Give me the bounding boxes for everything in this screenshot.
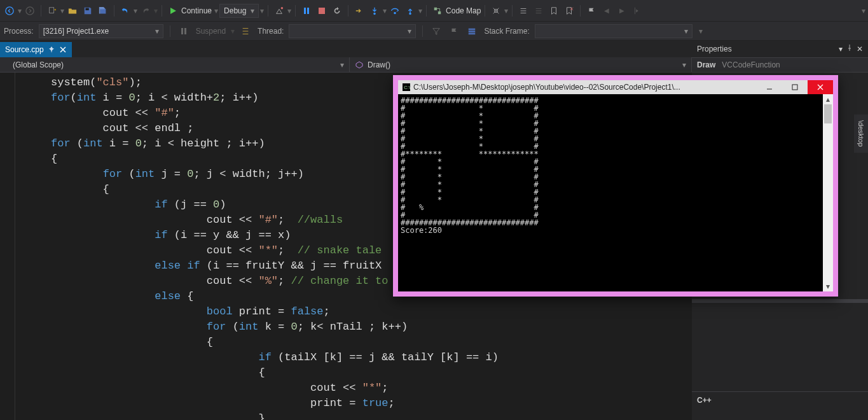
- svg-rect-17: [469, 32, 476, 34]
- console-scrollbar[interactable]: ▴ ▾: [823, 94, 833, 291]
- svg-rect-6: [307, 8, 309, 14]
- stackframe-label: Stack Frame:: [483, 27, 530, 36]
- pin-icon[interactable]: [48, 46, 55, 53]
- stackframe-icon[interactable]: [465, 24, 479, 38]
- svg-point-8: [394, 11, 396, 14]
- console-window: C:\ C:\Users\Joseph-M\Desktop\joseph\You…: [393, 75, 838, 297]
- svg-point-0: [6, 6, 13, 14]
- console-app-icon: C:\: [402, 83, 411, 92]
- codemap-label: Code Map: [446, 6, 481, 15]
- properties-object-row: Draw VCCodeFunction: [692, 57, 868, 73]
- stackframe-dropdown[interactable]: ▾: [535, 24, 692, 38]
- flag-button[interactable]: [584, 4, 598, 18]
- svg-rect-13: [181, 28, 183, 34]
- svg-rect-3: [86, 8, 89, 10]
- svg-point-1: [26, 6, 34, 14]
- flag-next-button[interactable]: ▶: [615, 4, 629, 18]
- method-icon: [355, 60, 364, 69]
- close-icon[interactable]: [59, 46, 67, 53]
- properties-footer: C++: [692, 391, 868, 420]
- tool-misc-1[interactable]: [489, 4, 503, 18]
- svg-rect-10: [434, 7, 437, 10]
- process-label: Process:: [3, 27, 35, 36]
- new-item-button[interactable]: [45, 4, 59, 18]
- scroll-thumb[interactable]: [824, 104, 832, 123]
- save-all-button[interactable]: [96, 4, 110, 18]
- svg-rect-16: [469, 31, 476, 32]
- step-into-button[interactable]: [368, 4, 382, 18]
- props-close-icon[interactable]: ✕: [857, 45, 863, 53]
- thread-label: Thread:: [256, 27, 285, 36]
- properties-header: Properties ▾ ✕: [692, 41, 868, 57]
- filter-button[interactable]: [429, 24, 443, 38]
- flag-prev-button[interactable]: ◀: [600, 4, 614, 18]
- redo-button[interactable]: [139, 4, 153, 18]
- console-maximize-button[interactable]: [782, 80, 808, 94]
- breakpoint-gutter[interactable]: [0, 73, 15, 420]
- uncomment-button[interactable]: [532, 4, 546, 18]
- properties-splitter[interactable]: [692, 299, 868, 303]
- step-out-button[interactable]: [403, 4, 417, 18]
- nav-forward-button[interactable]: [23, 4, 37, 18]
- svg-rect-15: [469, 28, 476, 30]
- config-dropdown[interactable]: Debug ▾: [219, 4, 259, 18]
- svg-point-7: [373, 12, 376, 15]
- flag-out-button[interactable]: [630, 4, 644, 18]
- outline-gutter: [15, 73, 28, 420]
- svg-point-4: [281, 6, 284, 9]
- bookmark-x-button[interactable]: [562, 4, 576, 18]
- scope-dropdown[interactable]: (Global Scope) ▾: [0, 57, 350, 72]
- console-titlebar[interactable]: C:\ C:\Users\Joseph-M\Desktop\joseph\You…: [398, 80, 833, 94]
- console-title: C:\Users\Joseph-M\Desktop\joseph\Youtube…: [413, 83, 757, 92]
- svg-point-9: [409, 12, 411, 15]
- continue-button[interactable]: [166, 4, 180, 18]
- collapsed-panel-tab[interactable]: \desktop: [854, 115, 868, 153]
- suspend-label: Suspend: [195, 27, 227, 36]
- console-minimize-button[interactable]: [757, 80, 782, 94]
- save-button[interactable]: [81, 4, 95, 18]
- scroll-up-icon[interactable]: ▴: [823, 94, 833, 104]
- thread-icon[interactable]: [238, 24, 252, 38]
- codemap-icon[interactable]: [431, 4, 444, 18]
- navigation-bar: (Global Scope) ▾ Draw() ▾: [0, 57, 692, 73]
- console-output: ############################## # * # # *…: [398, 94, 833, 291]
- scroll-down-icon[interactable]: ▾: [823, 281, 833, 291]
- props-dropdown-icon[interactable]: ▾: [839, 45, 843, 53]
- flag-filter-button[interactable]: [447, 24, 461, 38]
- svg-rect-20: [792, 85, 797, 90]
- open-button[interactable]: [65, 4, 79, 18]
- svg-rect-5: [304, 8, 306, 14]
- comment-out-button[interactable]: [516, 4, 530, 18]
- debug-toolbar: Process: [3216] Project1.exe▾ Suspend ▾ …: [0, 22, 868, 41]
- nav-split: ▾: [18, 6, 22, 15]
- tab-source-cpp[interactable]: Source.cpp: [0, 42, 72, 57]
- diagnostics-button[interactable]: [272, 4, 286, 18]
- undo-button[interactable]: [118, 4, 132, 18]
- stop-button[interactable]: [315, 4, 329, 18]
- process-dropdown[interactable]: [3216] Project1.exe▾: [39, 24, 163, 38]
- main-toolbar: ▾ ▾ ▾ ▾ Continue ▾ Debug ▾ ▾ ▾: [0, 0, 868, 22]
- function-dropdown[interactable]: Draw() ▾: [350, 57, 692, 72]
- bookmark-toggle-button[interactable]: [547, 4, 561, 18]
- step-over-button[interactable]: [388, 4, 402, 18]
- nav-back-button[interactable]: [3, 4, 17, 18]
- svg-rect-14: [184, 28, 186, 34]
- svg-rect-2: [50, 7, 54, 13]
- props-pin-icon[interactable]: [846, 45, 853, 53]
- break-all-button[interactable]: [300, 4, 313, 18]
- restart-button[interactable]: [330, 4, 344, 18]
- show-next-statement-button[interactable]: [352, 4, 366, 18]
- svg-rect-11: [438, 11, 441, 13]
- thread-dropdown[interactable]: ▾: [289, 24, 416, 38]
- console-close-button[interactable]: [808, 80, 833, 94]
- svg-text:C:\: C:\: [404, 85, 410, 90]
- continue-label: Continue: [181, 6, 212, 15]
- suspend-icon[interactable]: [177, 24, 191, 38]
